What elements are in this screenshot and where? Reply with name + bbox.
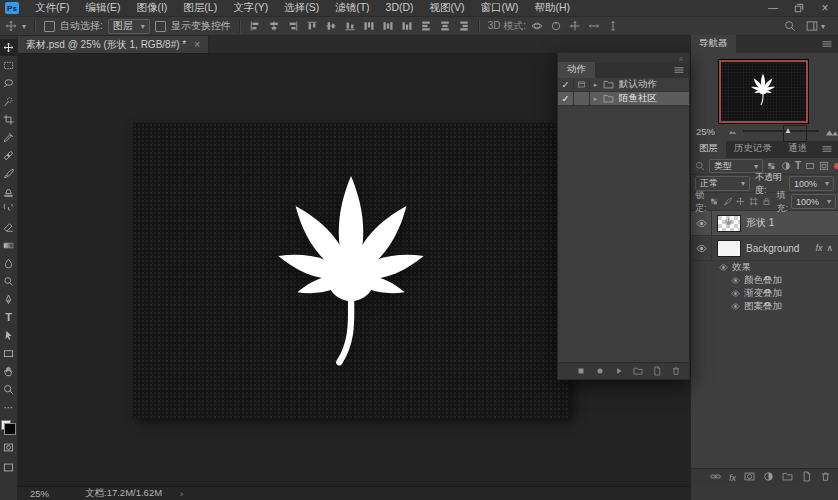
slider-thumb[interactable]: ▲: [783, 125, 807, 142]
tab-actions[interactable]: 动作: [558, 62, 595, 78]
menu-item-9[interactable]: 窗口(W): [473, 1, 527, 15]
layer-mask-icon[interactable]: [744, 471, 755, 482]
edit-toolbar-tool[interactable]: ⋯: [0, 399, 17, 416]
panel-menu-icon[interactable]: [669, 64, 689, 78]
effect-row[interactable]: 图案叠加: [691, 300, 838, 313]
new-layer-icon[interactable]: [801, 471, 812, 482]
menu-item-6[interactable]: 滤镜(T): [327, 1, 377, 15]
type-tool[interactable]: T: [0, 309, 17, 326]
new-set-folder-icon[interactable]: [633, 366, 643, 376]
restore-button[interactable]: [786, 0, 812, 16]
move-tool[interactable]: [0, 39, 17, 56]
visibility-eye-icon[interactable]: [729, 289, 741, 298]
tab-navigator[interactable]: 导航器: [691, 35, 736, 53]
slide-3d-icon[interactable]: [588, 20, 600, 32]
effect-row[interactable]: 渐变叠加: [691, 287, 838, 300]
collapse-fx-icon[interactable]: ∧: [826, 243, 833, 253]
distribute-right-icon[interactable]: [458, 20, 470, 32]
action-check-icon[interactable]: ✓: [558, 78, 574, 91]
lasso-tool[interactable]: [0, 75, 17, 92]
menu-item-3[interactable]: 图层(L): [175, 1, 225, 15]
fill-dropdown[interactable]: 100% ▾: [791, 194, 836, 209]
zoom-tool[interactable]: [0, 381, 17, 398]
new-group-icon[interactable]: [782, 471, 793, 482]
status-chevron-icon[interactable]: ›: [180, 488, 183, 499]
quick-selection-tool[interactable]: [0, 93, 17, 110]
foreground-color-swatch[interactable]: [4, 423, 16, 435]
type-layer-filter-icon[interactable]: T: [795, 161, 801, 171]
align-center-h-icon[interactable]: [268, 20, 280, 32]
shape-layer-filter-icon[interactable]: [805, 161, 815, 171]
play-icon[interactable]: [614, 366, 624, 376]
menu-item-5[interactable]: 选择(S): [276, 1, 327, 15]
tab-图层[interactable]: 图层: [691, 140, 726, 158]
layer-style-fx-icon[interactable]: fx: [729, 471, 736, 483]
pen-tool[interactable]: [0, 291, 17, 308]
panel-menu-icon[interactable]: [816, 143, 838, 158]
menu-item-10[interactable]: 帮助(H): [527, 1, 579, 15]
canvas[interactable]: [133, 123, 570, 418]
pan-3d-icon[interactable]: [569, 20, 581, 32]
distribute-center-h-icon[interactable]: [439, 20, 451, 32]
color-swatches[interactable]: [1, 420, 16, 435]
action-set-row[interactable]: ✓▸陌鱼社区: [558, 92, 689, 106]
rect-marquee-tool[interactable]: [0, 57, 17, 74]
layer-row[interactable]: 形状 1: [691, 211, 838, 236]
action-check-icon[interactable]: ✓: [558, 92, 574, 105]
action-dialog-toggle[interactable]: [574, 78, 590, 91]
align-bottom-icon[interactable]: [344, 20, 356, 32]
smart-object-filter-icon[interactable]: [819, 161, 829, 171]
menu-item-8[interactable]: 视图(V): [422, 1, 473, 15]
hand-tool[interactable]: [0, 363, 17, 380]
adjustment-layer-icon[interactable]: [763, 471, 774, 482]
collapse-panel-icon[interactable]: [677, 54, 685, 62]
minimize-button[interactable]: —: [760, 0, 786, 16]
zoom-3d-icon[interactable]: [607, 20, 619, 32]
orbit-3d-icon[interactable]: [531, 20, 543, 32]
filter-pin-icon[interactable]: [834, 163, 838, 169]
align-left-icon[interactable]: [249, 20, 261, 32]
quick-mask-button[interactable]: [0, 439, 17, 456]
tab-历史记录[interactable]: 历史记录: [726, 140, 780, 158]
lock-artboard-icon[interactable]: [749, 197, 758, 206]
link-layers-icon[interactable]: [710, 471, 721, 482]
panel-menu-icon[interactable]: [816, 38, 838, 53]
document-tab[interactable]: 素材.psd @ 25% (形状 1, RGB/8#) * ×: [18, 36, 209, 53]
history-brush-tool[interactable]: [0, 201, 17, 218]
visibility-eye-icon[interactable]: [729, 302, 741, 311]
lock-all-icon[interactable]: [762, 197, 771, 206]
menu-item-4[interactable]: 文字(Y): [225, 1, 276, 15]
distribute-bottom-icon[interactable]: [401, 20, 413, 32]
blur-tool[interactable]: [0, 255, 17, 272]
layer-thumbnail[interactable]: [717, 215, 741, 232]
lock-image-icon[interactable]: [723, 197, 732, 206]
dodge-tool[interactable]: [0, 273, 17, 290]
lock-transparent-icon[interactable]: [710, 197, 719, 206]
layer-row[interactable]: Backgroundfx∧: [691, 236, 838, 261]
path-selection-tool[interactable]: [0, 327, 17, 344]
tab-通道[interactable]: 通道: [780, 140, 815, 158]
brush-tool[interactable]: [0, 165, 17, 182]
distribute-middle-icon[interactable]: [382, 20, 394, 32]
effect-row[interactable]: 颜色叠加: [691, 274, 838, 287]
navigator-thumbnail[interactable]: [719, 60, 808, 123]
search-icon[interactable]: [784, 20, 796, 32]
close-button[interactable]: ×: [812, 0, 838, 16]
align-middle-icon[interactable]: [325, 20, 337, 32]
adjustment-layer-filter-icon[interactable]: [781, 161, 791, 171]
layer-thumbnail[interactable]: [717, 240, 741, 257]
pixel-layer-filter-icon[interactable]: [767, 161, 777, 171]
lock-position-icon[interactable]: [736, 197, 745, 206]
delete-layer-icon[interactable]: [820, 471, 831, 482]
roll-3d-icon[interactable]: [550, 20, 562, 32]
crop-tool[interactable]: [0, 111, 17, 128]
show-transform-checkbox[interactable]: [155, 21, 166, 32]
stop-icon[interactable]: [576, 366, 586, 376]
effects-group-row[interactable]: 效果: [691, 261, 838, 274]
distribute-top-icon[interactable]: [363, 20, 375, 32]
tool-preset-chevron-icon[interactable]: ▾: [22, 22, 26, 31]
zoom-in-icon[interactable]: [825, 125, 838, 138]
expand-arrow-icon[interactable]: ▸: [590, 78, 601, 91]
align-top-icon[interactable]: [306, 20, 318, 32]
clone-stamp-tool[interactable]: [0, 183, 17, 200]
